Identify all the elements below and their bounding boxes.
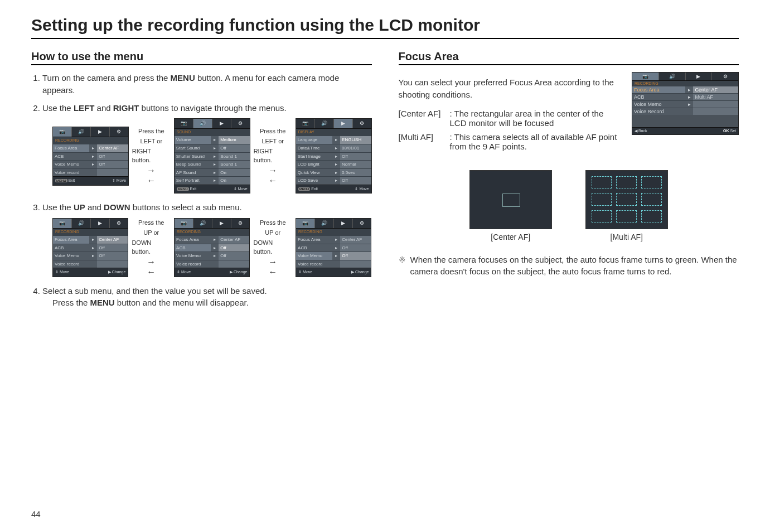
- rc-r4k: Voice record: [296, 260, 332, 268]
- chevron-right-icon: ▸: [211, 244, 219, 252]
- f-r3k: Voice Memo: [632, 101, 685, 108]
- right-column: Focus Area You can select your preferred…: [399, 47, 739, 315]
- foot-exit: Exit: [190, 187, 196, 191]
- lcd-header-sound: SOUND: [175, 129, 250, 136]
- chevron-right-icon: ▸: [685, 94, 693, 100]
- lcd-header-rec2: RECORDING: [53, 229, 128, 235]
- arrow-ud-l2: UP or: [143, 229, 159, 238]
- arrow-lr-l1: Press the: [138, 127, 164, 136]
- arrow-ud-1: Press the UP or DOWN button. → ←: [132, 219, 171, 277]
- d-r3k: Start Image: [296, 153, 332, 161]
- f-r1v: Center AF: [693, 86, 738, 93]
- ra-r1v: Center AF: [97, 236, 128, 244]
- asterisk-icon: ※: [399, 254, 406, 278]
- tab-play-icon: ▶: [91, 219, 110, 228]
- arrow-lr-l2b: LEFT or: [261, 137, 284, 146]
- lcd-header-display: DISPLAY: [296, 129, 371, 136]
- arrow-ud-2: Press the UP or DOWN button. → ←: [253, 219, 292, 277]
- demo-multi-caption: [Multi AF]: [585, 233, 668, 241]
- chevron-right-icon: ▸: [211, 161, 219, 168]
- chevron-right-icon: ▸: [89, 144, 97, 152]
- rc-r1k: Focus Area: [296, 236, 332, 244]
- lcd-header-rec2b: RECORDING: [175, 229, 249, 235]
- tab-sound-icon: 🔊: [659, 72, 686, 80]
- tab-gear-icon: ⚙: [353, 119, 371, 128]
- step-3-b1: UP: [74, 202, 85, 212]
- tab-camera-icon: 📷: [296, 119, 315, 128]
- lcd-r1-v: Center AF: [97, 144, 128, 152]
- focus-def-center: [Center AF] : The rectangular area in th…: [399, 109, 622, 128]
- foot-exit: Exit: [69, 178, 75, 182]
- tab-play-icon: ▶: [212, 119, 231, 128]
- step-3-b2: DOWN: [104, 202, 130, 212]
- tab-gear-icon: ⚙: [110, 127, 128, 137]
- chevron-right-icon: ▸: [332, 144, 340, 152]
- step-4-l2-bold: MENU: [90, 298, 115, 307]
- s-r2k: Start Sound: [175, 144, 211, 152]
- lcd-header-rec2c: RECORDING: [296, 229, 371, 235]
- tab-play-icon: ▶: [334, 119, 353, 128]
- foot-updown-icon: ⇕: [234, 187, 237, 191]
- focus-top-wrap: You can select your preferred Focus Area…: [399, 72, 739, 156]
- chevron-right-icon: ▸: [211, 177, 219, 185]
- foot-ud-icon: ⇕: [298, 270, 302, 274]
- lcd-r3-k: Voice Memo: [53, 161, 89, 168]
- chevron-right-icon: ▸: [332, 177, 340, 185]
- d-r2k: Date&Time: [296, 144, 332, 152]
- lcd-recording-1: 📷 🔊 ▶ ⚙ RECORDING Focus Area▸Center AF A…: [52, 127, 129, 186]
- foot-menu-icon: MENU: [177, 187, 189, 191]
- rc-r2v: Off: [340, 244, 371, 252]
- step-4-line2: Press the MENU button and the menu will …: [52, 297, 372, 309]
- d-r3v: Off: [340, 153, 371, 161]
- chevron-right-icon: ▸: [211, 252, 219, 260]
- arrow-left-icon: ←: [268, 268, 277, 277]
- s-r4v: Sound 1: [219, 161, 249, 168]
- foot-change: Change: [355, 270, 369, 274]
- step-2-m2: buttons to navigate through the menus.: [139, 103, 286, 113]
- section-title-right: Focus Area: [399, 50, 739, 63]
- s-r2v: Off: [219, 144, 249, 152]
- rc-r1v: Center AF: [340, 236, 371, 244]
- step-4-l2-post: button and the menu will disappear.: [115, 298, 249, 307]
- foot-move: Move: [359, 187, 369, 191]
- ra-r2v: Off: [97, 244, 128, 252]
- tab-play-icon: ▶: [212, 219, 231, 228]
- arrow-left-icon: ←: [147, 176, 156, 185]
- arrow-right-icon: →: [268, 166, 277, 175]
- demo-center: [Center AF]: [469, 170, 552, 241]
- chevron-right-icon: ▸: [332, 153, 340, 161]
- foot-updown-icon: ⇕: [355, 187, 358, 191]
- chevron-right-icon: ▸: [332, 252, 340, 260]
- lcd-r3-v: Off: [97, 161, 128, 168]
- ra-r3v: Off: [97, 252, 128, 260]
- step-1-bold: MENU: [171, 73, 195, 83]
- focus-def-multi-label: [Multi AF]: [399, 132, 447, 151]
- d-r5v: 0.5sec: [340, 169, 371, 177]
- step-4-line1: Select a sub menu, and then the value yo…: [42, 286, 267, 296]
- s-r6k: Self Portrait: [175, 177, 211, 185]
- step-2-b1: LEFT: [74, 103, 95, 113]
- chevron-right-icon: ▸: [332, 161, 340, 168]
- foot-ok: OK: [723, 129, 729, 133]
- foot-move: Move: [303, 270, 312, 274]
- tab-gear-icon: ⚙: [231, 219, 250, 228]
- foot-ud-icon: ⇕: [55, 270, 59, 274]
- tab-gear-icon: ⚙: [353, 219, 371, 228]
- d-r1k: Language: [296, 136, 332, 144]
- s-r1v: Medium: [219, 136, 249, 144]
- tab-camera-icon: 📷: [53, 219, 72, 228]
- focus-def-center-label: [Center AF]: [399, 109, 447, 128]
- tab-sound-icon: 🔊: [315, 219, 334, 228]
- step-2: Use the LEFT and RIGHT buttons to naviga…: [42, 102, 372, 194]
- lcd-r2-k: ACB: [53, 153, 89, 161]
- foot-updown-icon: ⇕: [112, 178, 115, 182]
- aster-note: ※ When the camera focuses on the subject…: [399, 254, 739, 278]
- rb-r2v: Off: [219, 244, 249, 252]
- flow-row-lr: 📷 🔊 ▶ ⚙ RECORDING Focus Area▸Center AF A…: [52, 118, 372, 194]
- columns: How to use the menu Turn on the camera a…: [31, 47, 739, 315]
- demo-multi-box: [585, 170, 668, 229]
- lcd-r2-v: Off: [97, 153, 128, 161]
- section-rule-right: [399, 64, 739, 65]
- tab-sound-icon: 🔊: [72, 219, 91, 228]
- demo-center-box: [469, 170, 552, 229]
